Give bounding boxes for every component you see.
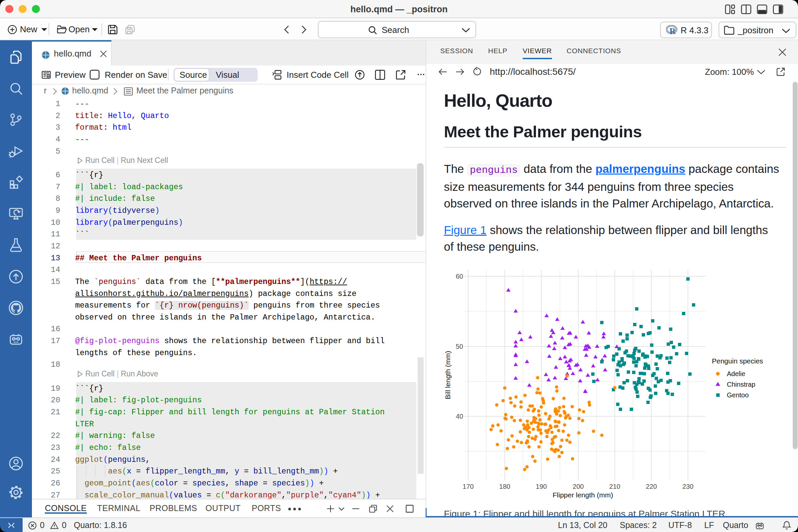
svg-text:R: R — [670, 26, 676, 35]
svg-text:Penguin species: Penguin species — [712, 357, 763, 365]
svg-text:60: 60 — [456, 273, 463, 280]
svg-text:Chinstrap: Chinstrap — [727, 381, 756, 388]
svg-text:220: 220 — [646, 483, 657, 490]
svg-text:Bill length (mm): Bill length (mm) — [444, 351, 452, 399]
svg-text:180: 180 — [499, 483, 510, 490]
svg-text:50: 50 — [456, 343, 463, 350]
svg-text:Gentoo: Gentoo — [727, 391, 749, 399]
svg-text:Adelie: Adelie — [727, 370, 745, 377]
svg-text:210: 210 — [609, 483, 620, 490]
svg-text:190: 190 — [536, 483, 547, 490]
svg-text:170: 170 — [462, 483, 474, 490]
svg-text:Flipper length (mm): Flipper length (mm) — [553, 491, 613, 499]
svg-text:230: 230 — [682, 483, 693, 490]
svg-text:200: 200 — [573, 483, 584, 490]
svg-text:40: 40 — [456, 413, 463, 420]
